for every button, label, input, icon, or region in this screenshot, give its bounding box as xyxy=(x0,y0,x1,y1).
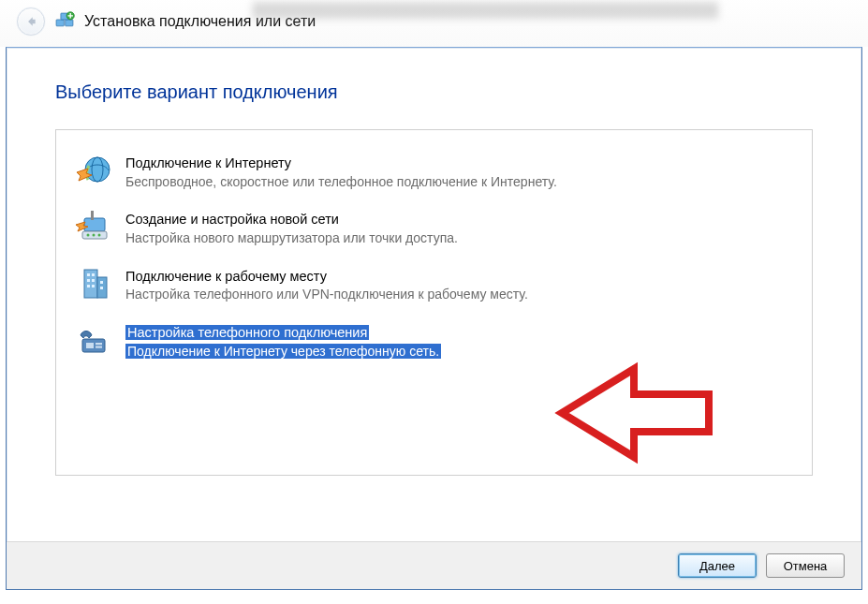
svg-rect-14 xyxy=(87,273,90,276)
phone-modem-icon xyxy=(75,322,112,360)
option-title: Настройка телефонного подключения xyxy=(125,325,369,340)
svg-rect-18 xyxy=(87,285,90,287)
back-arrow-icon xyxy=(24,15,37,28)
wizard-panel: Выберите вариант подключения Подключение… xyxy=(6,47,862,590)
globe-arrow-icon xyxy=(75,153,112,190)
svg-rect-1 xyxy=(66,20,73,26)
svg-rect-24 xyxy=(96,343,102,345)
router-icon xyxy=(75,209,112,246)
option-title: Создание и настройка новой сети xyxy=(125,212,339,227)
option-dialup[interactable]: Настройка телефонного подключения Подклю… xyxy=(71,317,797,373)
network-wizard-icon xyxy=(54,11,75,32)
cancel-button[interactable]: Отмена xyxy=(766,553,845,578)
option-connect-internet[interactable]: Подключение к Интернету Беспроводное, ск… xyxy=(71,147,797,203)
svg-rect-20 xyxy=(100,281,103,284)
svg-rect-0 xyxy=(56,20,64,26)
option-title: Подключение к Интернету xyxy=(125,155,291,170)
option-desc: Настройка телефонного или VPN-подключени… xyxy=(125,287,528,302)
option-desc: Настройка нового маршрутизатора или точк… xyxy=(125,230,458,245)
page-heading: Выберите вариант подключения xyxy=(55,81,813,103)
svg-rect-6 xyxy=(84,218,105,231)
svg-rect-16 xyxy=(87,279,90,282)
titlebar: Установка подключения или сети xyxy=(0,0,868,47)
wizard-footer: Далее Отмена xyxy=(7,541,861,589)
option-desc: Подключение к Интернету через телефонную… xyxy=(125,344,441,359)
option-title: Подключение к рабочему месту xyxy=(125,269,327,284)
svg-point-10 xyxy=(93,234,96,237)
back-button[interactable] xyxy=(17,7,45,36)
svg-rect-23 xyxy=(86,343,94,348)
svg-rect-21 xyxy=(100,287,103,289)
building-icon xyxy=(75,266,112,303)
next-button[interactable]: Далее xyxy=(678,553,757,578)
obscured-background-text xyxy=(253,2,718,19)
svg-point-9 xyxy=(87,234,90,237)
option-create-network[interactable]: Создание и настройка новой сети Настройк… xyxy=(71,203,797,259)
svg-rect-17 xyxy=(92,279,95,282)
svg-rect-12 xyxy=(84,270,97,298)
option-desc: Беспроводное, скоростное или телефонное … xyxy=(125,174,557,189)
svg-rect-7 xyxy=(91,211,94,220)
svg-point-11 xyxy=(98,234,101,237)
svg-rect-25 xyxy=(96,346,102,348)
connection-options-list: Подключение к Интернету Беспроводное, ск… xyxy=(55,129,813,476)
wizard-content: Выберите вариант подключения Подключение… xyxy=(7,48,861,541)
option-connect-workplace[interactable]: Подключение к рабочему месту Настройка т… xyxy=(71,260,797,317)
svg-rect-15 xyxy=(92,273,95,276)
svg-rect-19 xyxy=(92,285,95,287)
